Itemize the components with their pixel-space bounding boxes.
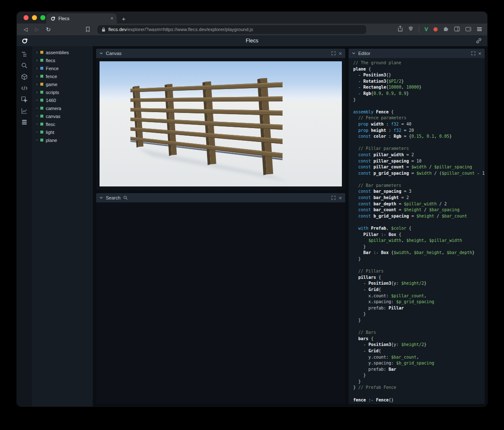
- entity-tree-icon[interactable]: [21, 50, 28, 58]
- code-line: const pillar_count = $width / $pillar_sp…: [353, 164, 485, 170]
- close-window-button[interactable]: [24, 15, 29, 20]
- wallet-icon[interactable]: [465, 26, 471, 33]
- tab-title: Flecs: [58, 16, 69, 21]
- tree-item-plane[interactable]: plane: [32, 136, 93, 144]
- entity-tree-panel: ›assemblies›flecs›Fence›fence›game›scrip…: [32, 46, 93, 406]
- tab-favicon-flecs-icon: [50, 16, 55, 21]
- code-line: - Rgb{0.9, 0.9, 0.9}: [353, 91, 485, 97]
- code-line: // Bar parameters: [353, 183, 485, 189]
- code-line: [353, 103, 485, 109]
- chevron-down-icon[interactable]: [100, 197, 103, 199]
- leaf-dash-icon: [34, 100, 39, 100]
- code-line: $pillar_width, $height, $pillar_width: [353, 238, 485, 244]
- leaf-dash-icon: [34, 116, 39, 116]
- close-panel-icon[interactable]: ×: [339, 195, 342, 201]
- code-line: // Bars: [353, 330, 485, 336]
- search-glyph-icon: [123, 196, 128, 200]
- fullscreen-icon[interactable]: [471, 51, 475, 55]
- entity-tree-list: ›assemblies›flecs›Fence›fence›game›scrip…: [32, 48, 93, 144]
- expand-caret-icon[interactable]: ›: [34, 74, 39, 79]
- reload-button[interactable]: ↻: [45, 26, 52, 33]
- code-editor-content[interactable]: // The ground planeplane { - Position3{}…: [349, 58, 485, 404]
- code-line: }: [353, 244, 485, 250]
- tab-strip: Flecs × +: [17, 12, 487, 24]
- tree-item-camera[interactable]: camera: [32, 104, 93, 112]
- canvas-viewport[interactable]: [96, 58, 345, 190]
- search-panel: Search ×: [96, 193, 345, 404]
- minimize-window-button[interactable]: [32, 15, 37, 20]
- panel-title: Canvas: [106, 51, 121, 56]
- code-line: }: [353, 256, 485, 262]
- inspector-icon[interactable]: [21, 96, 28, 103]
- code-line: - Rotation3{$PI/2}: [353, 79, 485, 85]
- code-line: with Prefab, $color {: [353, 225, 485, 232]
- menu-icon[interactable]: [477, 26, 482, 33]
- canvas-cube-icon[interactable]: [21, 73, 28, 80]
- tree-item-Fence[interactable]: ›Fence: [32, 64, 93, 72]
- code-line: [353, 324, 485, 330]
- center-column: Canvas ×: [93, 46, 349, 406]
- tree-item-light[interactable]: light: [32, 128, 93, 136]
- code-line: - Position3{}: [353, 72, 485, 79]
- tab-close-icon[interactable]: ×: [110, 16, 113, 21]
- v-extension-icon[interactable]: V: [425, 26, 428, 32]
- fullscreen-icon[interactable]: [331, 51, 336, 55]
- share-link-icon[interactable]: [476, 38, 482, 45]
- share-icon[interactable]: [398, 26, 403, 33]
- chevron-down-icon[interactable]: [100, 52, 103, 55]
- code-line: - Position3{y: $height/2}: [353, 281, 485, 287]
- bookmark-icon[interactable]: [85, 26, 90, 32]
- entity-color-square: [40, 67, 43, 70]
- traffic-lights: [24, 15, 45, 20]
- stats-chart-icon[interactable]: [21, 107, 28, 114]
- expand-caret-icon[interactable]: ›: [34, 50, 39, 55]
- code-line: }: [353, 97, 485, 103]
- expand-caret-icon[interactable]: ›: [34, 90, 39, 94]
- icon-rail: [17, 46, 32, 406]
- tree-item-1460[interactable]: 1460: [32, 96, 93, 104]
- tree-item-fence[interactable]: ›fence: [32, 72, 93, 80]
- new-tab-button[interactable]: +: [122, 16, 126, 22]
- tree-item-flecs[interactable]: ›flecs: [32, 56, 93, 64]
- tree-item-assemblies[interactable]: ›assemblies: [32, 48, 93, 56]
- entity-label: camera: [46, 106, 61, 111]
- entity-label: flecs: [46, 58, 55, 63]
- close-panel-icon[interactable]: ×: [339, 51, 342, 56]
- toolbar-right-icons: V: [398, 26, 482, 33]
- expand-caret-icon[interactable]: ›: [34, 82, 39, 87]
- forward-button[interactable]: ▷: [33, 26, 41, 32]
- chevron-down-icon[interactable]: [352, 52, 355, 55]
- code-line: // Pillars: [353, 268, 485, 275]
- expand-caret-icon[interactable]: ›: [34, 58, 39, 63]
- sidebar-toggle-icon[interactable]: [454, 26, 460, 33]
- entity-label: flesc: [46, 122, 55, 127]
- url-bar[interactable]: flecs.dev/explorer/?wasm=https://www.fle…: [97, 25, 366, 34]
- leaf-dash-icon: [34, 124, 39, 124]
- zoom-window-button[interactable]: [40, 15, 45, 20]
- tree-item-scripts[interactable]: ›scripts: [32, 88, 93, 96]
- tree-item-flesc[interactable]: flesc: [32, 120, 93, 128]
- code-line: const pillar_spacing = 10: [353, 158, 485, 165]
- code-line: const bar_count = $height / $bar_spacing: [353, 207, 485, 213]
- code-line: y.count: $bar_count,: [353, 354, 485, 361]
- brave-shield-icon[interactable]: [408, 26, 413, 33]
- code-editor-icon[interactable]: [21, 84, 28, 92]
- fullscreen-icon[interactable]: [331, 196, 336, 200]
- code-line: // Fence parameters: [353, 115, 485, 121]
- extensions-puzzle-icon[interactable]: [443, 26, 449, 33]
- entity-color-square: [40, 75, 43, 78]
- back-button[interactable]: ◁: [22, 26, 29, 32]
- browser-tab[interactable]: Flecs ×: [46, 13, 117, 24]
- tree-item-game[interactable]: ›game: [32, 80, 93, 88]
- expand-caret-icon[interactable]: ›: [34, 66, 39, 71]
- memory-rows-icon[interactable]: [21, 118, 28, 126]
- entity-label: canvas: [46, 114, 60, 119]
- tree-item-canvas[interactable]: canvas: [32, 112, 93, 120]
- entity-color-square: [40, 59, 43, 62]
- code-line: const color : Rgb = {0.15, 0.1, 0.05}: [353, 134, 485, 140]
- close-panel-icon[interactable]: ×: [478, 51, 482, 56]
- search-icon[interactable]: [21, 62, 28, 69]
- red-extension-icon[interactable]: [433, 27, 438, 31]
- entity-label: Fence: [46, 66, 59, 71]
- code-line: const bar_depth = $pillar_width / 2: [353, 201, 485, 207]
